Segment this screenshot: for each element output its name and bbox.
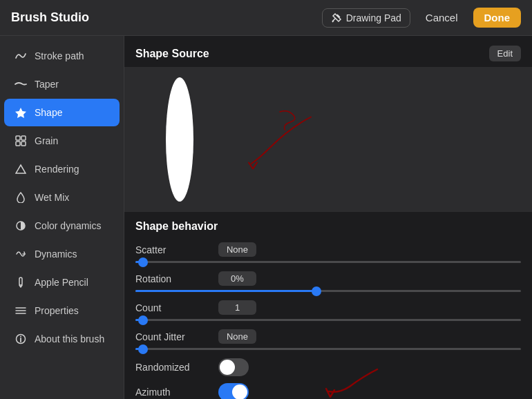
sidebar-item-color-dynamics[interactable]: Color dynamics — [4, 212, 120, 240]
sidebar-label-color-dynamics: Color dynamics — [35, 220, 101, 231]
scatter-slider-track[interactable] — [135, 261, 521, 263]
shape-ellipse-preview — [166, 77, 193, 202]
sidebar-item-about[interactable]: About this brush — [4, 325, 120, 353]
count-slider-track[interactable] — [135, 319, 521, 321]
properties-icon — [14, 304, 28, 318]
count-row: Count 1 — [135, 300, 521, 315]
count-label: Count — [135, 302, 218, 313]
shape-icon — [14, 106, 28, 119]
azimuth-toggle[interactable] — [218, 383, 249, 399]
header-actions: Drawing Pad Cancel Done — [322, 8, 521, 28]
rotation-slider-track[interactable] — [135, 290, 521, 292]
azimuth-toggle-knob — [232, 385, 247, 399]
wet-mix-icon — [14, 191, 28, 204]
shape-behavior-section: Shape behavior Scatter None Rotation 0% — [124, 212, 532, 399]
count-jitter-value: None — [218, 329, 256, 344]
scatter-value: None — [218, 242, 256, 257]
dynamics-icon — [14, 247, 28, 261]
count-jitter-slider-thumb — [138, 344, 148, 354]
stroke-path-icon — [14, 49, 28, 63]
randomized-toggle-knob — [220, 360, 235, 375]
sidebar-item-properties[interactable]: Properties — [4, 297, 120, 324]
svg-rect-0 — [16, 136, 20, 140]
count-slider-row — [135, 319, 521, 321]
sidebar-label-properties: Properties — [35, 305, 79, 316]
sidebar-item-dynamics[interactable]: Dynamics — [4, 240, 120, 268]
content-area: Shape Source Edit Shape behavior Scatter… — [124, 36, 532, 399]
scatter-row: Scatter None — [135, 242, 521, 257]
rotation-slider-row — [135, 290, 521, 292]
arrow-annotation — [193, 101, 366, 184]
sidebar-item-wet-mix[interactable]: Wet Mix — [4, 184, 120, 211]
sidebar-item-rendering[interactable]: Rendering — [4, 155, 120, 183]
drawing-pad-icon — [331, 12, 342, 23]
shape-source-header: Shape Source Edit — [124, 36, 532, 67]
sidebar-label-stroke-path: Stroke path — [35, 50, 84, 61]
count-jitter-slider-track[interactable] — [135, 348, 521, 350]
svg-rect-1 — [21, 136, 26, 140]
drawing-pad-label: Drawing Pad — [346, 12, 401, 23]
svg-rect-5 — [19, 278, 22, 285]
rotation-label: Rotation — [135, 273, 218, 284]
sidebar: Stroke path Taper Shape — [0, 36, 124, 399]
rotation-slider-fill — [135, 290, 316, 292]
rotation-slider-thumb — [312, 286, 321, 296]
scatter-label: Scatter — [135, 244, 218, 255]
shape-preview-area — [124, 67, 532, 212]
sidebar-item-grain[interactable]: Grain — [4, 127, 120, 155]
randomized-toggle[interactable] — [218, 358, 249, 376]
rotation-row: Rotation 0% — [135, 271, 521, 286]
svg-rect-2 — [16, 142, 20, 146]
rendering-icon — [14, 162, 28, 176]
drawing-pad-button[interactable]: Drawing Pad — [322, 8, 410, 28]
edit-button[interactable]: Edit — [489, 46, 521, 61]
sidebar-item-taper[interactable]: Taper — [4, 70, 120, 98]
sidebar-label-about: About this brush — [35, 333, 104, 344]
sidebar-label-grain: Grain — [35, 135, 58, 146]
taper-icon — [14, 77, 28, 91]
app-title: Brush Studio — [11, 10, 89, 25]
count-value: 1 — [218, 300, 256, 315]
sidebar-label-rendering: Rendering — [35, 164, 79, 175]
sidebar-label-dynamics: Dynamics — [35, 249, 77, 260]
header: Brush Studio Drawing Pad Cancel Done — [0, 0, 532, 36]
count-jitter-label: Count Jitter — [135, 331, 218, 342]
svg-rect-3 — [21, 142, 26, 146]
sidebar-label-shape: Shape — [35, 107, 62, 118]
cancel-button[interactable]: Cancel — [419, 8, 465, 27]
grain-icon — [14, 134, 28, 148]
rotation-value: 0% — [218, 271, 256, 286]
sidebar-label-taper: Taper — [35, 79, 59, 90]
about-icon — [14, 332, 28, 346]
sidebar-label-apple-pencil: Apple Pencil — [35, 277, 88, 288]
sidebar-item-shape[interactable]: Shape — [4, 99, 120, 126]
apple-pencil-icon — [14, 275, 28, 289]
count-slider-thumb — [138, 315, 148, 325]
sidebar-item-apple-pencil[interactable]: Apple Pencil — [4, 269, 120, 296]
shape-source-title: Shape Source — [135, 48, 209, 60]
behavior-title: Shape behavior — [135, 220, 521, 233]
done-button[interactable]: Done — [473, 8, 522, 28]
azimuth-toggle-row: Azimuth — [135, 383, 521, 399]
sidebar-label-wet-mix: Wet Mix — [35, 192, 69, 203]
color-dynamics-icon — [14, 219, 28, 233]
count-jitter-slider-row — [135, 348, 521, 350]
scatter-slider-row — [135, 261, 521, 263]
scatter-slider-thumb — [138, 257, 148, 267]
svg-point-11 — [20, 336, 21, 338]
azimuth-label: Azimuth — [135, 387, 218, 398]
sidebar-item-stroke-path[interactable]: Stroke path — [4, 42, 120, 70]
main-layout: Stroke path Taper Shape — [0, 36, 532, 399]
randomized-label: Randomized — [135, 362, 218, 373]
count-jitter-row: Count Jitter None — [135, 329, 521, 344]
randomized-toggle-row: Randomized — [135, 358, 521, 376]
